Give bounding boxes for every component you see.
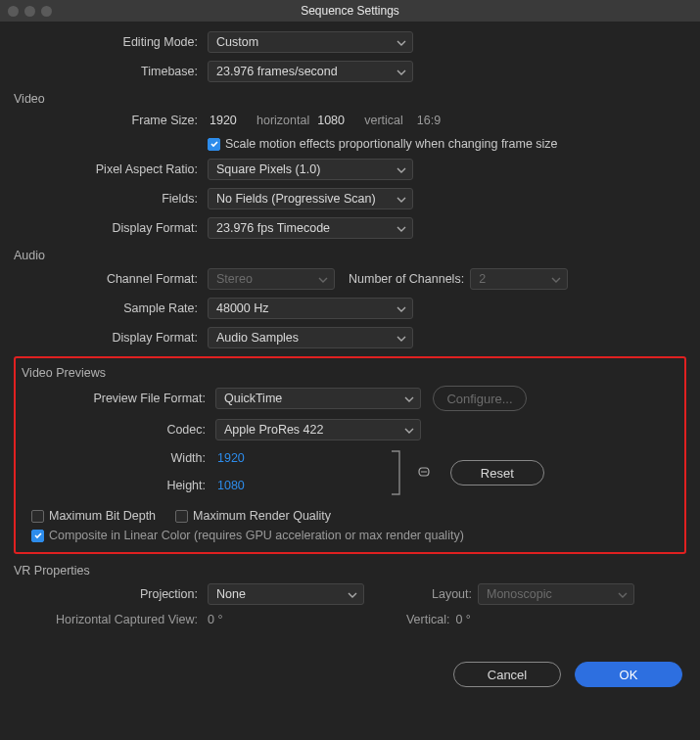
horizontal-label: horizontal <box>257 114 309 127</box>
window-title: Sequence Settings <box>301 4 399 18</box>
preview-file-format-label: Preview File Format: <box>22 392 215 405</box>
maximize-icon <box>41 6 52 17</box>
fields-value: No Fields (Progressive Scan) <box>216 192 376 206</box>
aspect-ratio-text: 16:9 <box>417 114 441 127</box>
max-render-quality-row[interactable]: Maximum Render Quality <box>175 509 331 523</box>
channel-format-value: Stereo <box>216 272 253 286</box>
video-previews-section-title: Video Previews <box>22 366 678 380</box>
link-icon[interactable] <box>409 465 439 482</box>
video-section-title: Video <box>14 92 686 106</box>
preview-file-format-value: QuickTime <box>224 392 282 405</box>
fields-label: Fields: <box>14 192 208 206</box>
timebase-label: Timebase: <box>14 65 208 78</box>
hcv-label: Horizontal Captured View: <box>14 613 208 626</box>
video-previews-highlight: Video Previews Preview File Format: Quic… <box>14 356 686 554</box>
vr-vertical-value: 0 ° <box>455 613 470 626</box>
hcv-value: 0 ° <box>208 613 222 626</box>
audio-section-title: Audio <box>14 249 686 262</box>
preview-height-value[interactable]: 1080 <box>215 477 247 494</box>
video-display-format-label: Display Format: <box>14 221 208 235</box>
channel-format-label: Channel Format: <box>14 272 208 286</box>
sample-rate-label: Sample Rate: <box>14 301 208 315</box>
chevron-down-icon <box>397 223 406 237</box>
num-channels-value: 2 <box>479 272 486 286</box>
codec-value: Apple ProRes 422 <box>224 423 323 437</box>
vr-vertical-label: Vertical: <box>222 613 449 626</box>
composite-linear-checkbox[interactable] <box>31 530 44 542</box>
max-render-quality-label: Maximum Render Quality <box>193 509 331 523</box>
max-bit-depth-label: Maximum Bit Depth <box>49 509 156 523</box>
preview-file-format-select[interactable]: QuickTime <box>215 388 421 409</box>
chevron-down-icon <box>618 589 628 603</box>
bracket-icon <box>384 448 409 497</box>
codec-select[interactable]: Apple ProRes 422 <box>215 419 421 440</box>
frame-width-input[interactable] <box>208 112 251 129</box>
max-bit-depth-row[interactable]: Maximum Bit Depth <box>31 509 156 523</box>
audio-display-format-value: Audio Samples <box>216 331 299 345</box>
preview-height-label: Height: <box>22 479 215 492</box>
composite-linear-row[interactable]: Composite in Linear Color (requires GPU … <box>31 529 678 542</box>
chevron-down-icon <box>397 164 406 178</box>
projection-label: Projection: <box>14 587 208 601</box>
close-icon[interactable] <box>8 6 19 17</box>
chevron-down-icon <box>318 274 328 288</box>
editing-mode-select[interactable]: Custom <box>208 31 413 53</box>
num-channels-label: Number of Channels: <box>349 272 464 286</box>
cancel-button[interactable]: Cancel <box>453 662 561 687</box>
chevron-down-icon <box>397 333 406 347</box>
projection-value: None <box>216 587 246 601</box>
titlebar: Sequence Settings <box>0 0 700 22</box>
timebase-select[interactable]: 23.976 frames/second <box>208 61 413 82</box>
scale-motion-label: Scale motion effects proportionally when… <box>225 137 558 151</box>
num-channels-select: 2 <box>470 268 568 290</box>
layout-select: Monoscopic <box>478 583 634 605</box>
minimize-icon <box>24 6 35 17</box>
editing-mode-label: Editing Mode: <box>14 35 208 49</box>
vertical-label: vertical <box>364 114 403 127</box>
frame-size-label: Frame Size: <box>14 114 208 127</box>
configure-button: Configure... <box>433 386 527 411</box>
chevron-down-icon <box>397 67 406 80</box>
editing-mode-value: Custom <box>216 35 258 49</box>
chevron-down-icon <box>397 37 406 51</box>
timebase-value: 23.976 frames/second <box>216 65 338 78</box>
layout-value: Monoscopic <box>487 587 552 601</box>
max-bit-depth-checkbox[interactable] <box>31 510 44 523</box>
par-select[interactable]: Square Pixels (1.0) <box>208 159 413 180</box>
chevron-down-icon <box>348 589 357 603</box>
scale-motion-checkbox-row[interactable]: Scale motion effects proportionally when… <box>208 137 558 151</box>
par-value: Square Pixels (1.0) <box>216 162 320 176</box>
sample-rate-select[interactable]: 48000 Hz <box>208 298 413 319</box>
video-display-format-value: 23.976 fps Timecode <box>216 221 330 235</box>
chevron-down-icon <box>397 303 406 317</box>
reset-button[interactable]: Reset <box>450 460 544 486</box>
composite-linear-label: Composite in Linear Color (requires GPU … <box>49 529 464 542</box>
preview-width-label: Width: <box>22 451 215 465</box>
channel-format-select: Stereo <box>208 268 335 290</box>
frame-height-input[interactable] <box>315 112 358 129</box>
chevron-down-icon <box>404 425 414 439</box>
chevron-down-icon <box>551 274 561 288</box>
preview-width-value[interactable]: 1920 <box>215 449 247 467</box>
fields-select[interactable]: No Fields (Progressive Scan) <box>208 188 413 209</box>
layout-label: Layout: <box>394 587 472 601</box>
audio-display-format-select[interactable]: Audio Samples <box>208 327 413 348</box>
scale-motion-checkbox[interactable] <box>208 138 220 151</box>
ok-button[interactable]: OK <box>575 662 682 687</box>
codec-label: Codec: <box>22 423 215 437</box>
par-label: Pixel Aspect Ratio: <box>14 162 208 176</box>
chevron-down-icon <box>397 194 406 208</box>
audio-display-format-label: Display Format: <box>14 331 208 345</box>
projection-select[interactable]: None <box>208 583 364 605</box>
max-render-quality-checkbox[interactable] <box>175 510 188 523</box>
sample-rate-value: 48000 Hz <box>216 301 269 315</box>
video-display-format-select[interactable]: 23.976 fps Timecode <box>208 217 413 239</box>
vr-section-title: VR Properties <box>14 564 686 578</box>
chevron-down-icon <box>404 393 414 407</box>
